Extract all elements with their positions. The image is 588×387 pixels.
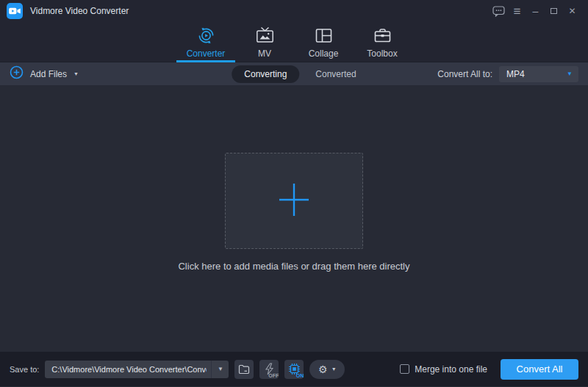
save-path-caret-icon[interactable]: ▼ bbox=[211, 361, 229, 378]
save-path-box: ▼ bbox=[45, 361, 229, 378]
feedback-icon[interactable] bbox=[490, 2, 508, 20]
tab-converter-label: Converter bbox=[187, 48, 226, 59]
mv-icon bbox=[255, 26, 275, 46]
gear-icon: ⚙ bbox=[318, 364, 328, 375]
merge-label[interactable]: Merge into one file bbox=[415, 364, 487, 375]
add-media-plus-icon bbox=[276, 182, 312, 220]
tab-mv[interactable]: MV bbox=[235, 22, 294, 62]
toolbox-icon bbox=[373, 26, 392, 46]
tab-toolbox-label: Toolbox bbox=[367, 48, 397, 59]
high-speed-toggle[interactable]: OFF bbox=[259, 360, 279, 379]
settings-button[interactable]: ⚙ ▼ bbox=[309, 360, 345, 379]
convert-status-tabs: Converting Converted bbox=[232, 65, 356, 83]
drop-hint-text[interactable]: Click here to add media files or drag th… bbox=[178, 261, 409, 272]
app-logo-icon bbox=[7, 3, 23, 19]
save-path-input[interactable] bbox=[45, 365, 211, 374]
maximize-icon[interactable] bbox=[545, 2, 563, 20]
add-files-caret-icon[interactable]: ▼ bbox=[74, 71, 79, 76]
collage-icon bbox=[314, 26, 334, 46]
main-area: Click here to add media files or drag th… bbox=[0, 85, 588, 352]
titlebar: Vidmore Video Converter ≡ – ✕ bbox=[0, 0, 588, 22]
tab-mv-label: MV bbox=[258, 48, 271, 59]
merge-checkbox[interactable] bbox=[400, 364, 409, 374]
tab-collage-label: Collage bbox=[309, 48, 339, 59]
media-drop-zone[interactable] bbox=[225, 153, 363, 249]
convert-all-to-label: Convert All to: bbox=[437, 69, 492, 79]
open-folder-button[interactable] bbox=[234, 360, 254, 379]
hardware-acceleration-state: ON bbox=[296, 373, 304, 378]
hardware-acceleration-toggle[interactable]: ON bbox=[284, 360, 304, 379]
window-title: Vidmore Video Converter bbox=[30, 6, 129, 16]
add-files-button[interactable]: Add Files ▼ bbox=[10, 65, 79, 82]
tab-collage[interactable]: Collage bbox=[294, 22, 353, 62]
main-nav: Converter MV Collage bbox=[0, 22, 588, 62]
settings-caret-icon: ▼ bbox=[331, 366, 337, 372]
toolbar: Add Files ▼ Converting Converted Convert… bbox=[0, 62, 588, 85]
footer-bar: Save to: ▼ OFF ON ⚙ ▼ Merge into one fil… bbox=[0, 352, 588, 386]
format-caret-icon: ▼ bbox=[567, 71, 573, 77]
output-format-value: MP4 bbox=[506, 69, 567, 79]
add-circle-icon bbox=[10, 65, 24, 82]
output-format-select[interactable]: MP4 ▼ bbox=[499, 66, 578, 82]
close-icon[interactable]: ✕ bbox=[563, 2, 581, 20]
save-to-label: Save to: bbox=[10, 365, 39, 374]
converter-icon bbox=[196, 26, 216, 46]
minimize-icon[interactable]: – bbox=[526, 2, 545, 20]
high-speed-state: OFF bbox=[268, 373, 279, 378]
tab-toolbox[interactable]: Toolbox bbox=[353, 22, 412, 62]
window-controls: ≡ – ✕ bbox=[490, 2, 581, 20]
tab-converting[interactable]: Converting bbox=[232, 65, 299, 83]
footer-right-group: Merge into one file Convert All bbox=[400, 359, 578, 380]
add-files-label: Add Files bbox=[30, 69, 67, 79]
tab-converter[interactable]: Converter bbox=[176, 22, 235, 62]
tab-converted[interactable]: Converted bbox=[315, 69, 356, 79]
convert-all-button[interactable]: Convert All bbox=[501, 359, 578, 380]
convert-all-to-group: Convert All to: MP4 ▼ bbox=[437, 66, 578, 82]
menu-icon[interactable]: ≡ bbox=[508, 2, 526, 20]
